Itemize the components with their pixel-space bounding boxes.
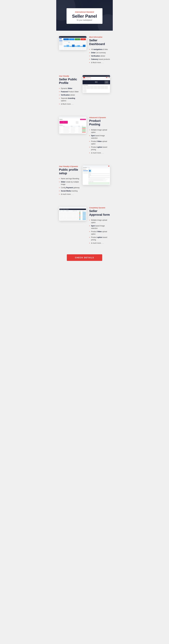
feature-item: Multiple image upload option	[89, 128, 110, 134]
setup-features: Name and logo Branding Slider create by …	[59, 177, 80, 196]
feature-item: Multiple image upload option	[89, 218, 110, 224]
section-approval-inner: Name Phone Store Address Registration No…	[59, 207, 110, 245]
approval-screenshot: Name Phone Store Address Registration No…	[59, 207, 86, 221]
approval-title: Seller Approval form	[89, 209, 110, 216]
dashboard-title: Seller Dashboard	[89, 38, 110, 46]
section-profile: Price Deal Store Home About Us All Produ…	[56, 70, 113, 111]
feature-item: Seporate branding options	[59, 97, 80, 102]
posting-title: Product Posting	[89, 119, 110, 126]
approval-content: Completely Dynamic Seller Approval form …	[89, 207, 110, 245]
feature-item: Name and logo Branding	[59, 177, 80, 180]
feature-item: Product Video upload option	[89, 140, 110, 146]
section-dashboard-inner: 86 14 23 $44,532 $3,066	[59, 36, 110, 64]
feature-item: Slider create by multiple image	[59, 180, 80, 186]
section-approval: Name Phone Store Address Registration No…	[56, 201, 113, 250]
feature-item: All navigations & links	[89, 48, 110, 51]
setup-label: User friendly & Dynamic	[59, 166, 80, 168]
setup-screenshot: Shop Settings Order Report Models info	[83, 166, 110, 185]
posting-label: Advanced & Dynamic	[89, 116, 110, 118]
section-setup: Shop Settings Order Report Models info	[56, 160, 113, 202]
feature-item: Featured Product Slider	[59, 90, 80, 93]
feature-item: & Much more . . .	[59, 102, 80, 106]
profile-screenshot: Price Deal Store Home About Us All Produ…	[83, 75, 110, 93]
feature-item: & much more . . .	[59, 192, 80, 196]
profile-features: Dynamic Slider Featured Product Slider V…	[59, 87, 80, 106]
feature-item: & much more . . .	[89, 242, 110, 245]
hero-tagline: for your marketplace!	[72, 19, 97, 21]
profile-content: User friendly Seller Public Profile Dyna…	[59, 75, 80, 106]
section-posting-inner: Products + Add New Product ⇧ + All Produ…	[59, 116, 110, 154]
posting-screenshot: Products + Add New Product ⇧ + All Produ…	[59, 116, 86, 134]
feature-item: Product option based pricing	[89, 236, 110, 242]
section-posting: Products + Add New Product ⇧ + All Produ…	[56, 111, 113, 160]
feature-item: Verification sticker	[59, 93, 80, 97]
feature-item: Config Payment gateway	[59, 186, 80, 189]
dashboard-label: Most Informative	[89, 36, 110, 38]
section-setup-inner: Shop Settings Order Report Models info	[59, 166, 110, 196]
feature-item: Social Media inserting	[59, 189, 80, 192]
check-details-button[interactable]: CHECK DETAILS	[67, 254, 102, 261]
feature-item: Order List summary	[89, 51, 110, 54]
profile-title: Seller Public Profile	[59, 78, 80, 85]
hero-card: International Standard Seller Panel for …	[67, 8, 102, 24]
feature-item: Spot based Image selection	[89, 224, 110, 230]
feature-item: Dynamic Slider	[59, 87, 80, 90]
hero-subtitle: International Standard	[72, 11, 97, 13]
hero-section: International Standard Seller Panel for …	[56, 0, 113, 31]
feature-item: Cateoory based products	[89, 58, 110, 61]
hero-title: Seller Panel	[72, 14, 97, 18]
feature-item: Verification sticker	[89, 54, 110, 58]
posting-features: Multiple image upload option Spot based …	[89, 128, 110, 154]
dashboard-features: All navigations & links Order List summa…	[89, 48, 110, 64]
cta-section: CHECK DETAILS	[56, 250, 113, 268]
feature-item: & much more . . .	[89, 151, 110, 154]
approval-label: Completely Dynamic	[89, 207, 110, 209]
approval-features: Multiple image upload option Spot based …	[89, 218, 110, 245]
profile-label: User friendly	[59, 75, 80, 77]
posting-content: Advanced & Dynamic Product Posting Multi…	[89, 116, 110, 154]
section-dashboard: 86 14 23 $44,532 $3,066	[56, 31, 113, 70]
feature-item: Spot based Image selection	[89, 134, 110, 140]
feature-item: Product Video upload option	[89, 230, 110, 236]
setup-title: Public profile setup	[59, 168, 80, 175]
dashboard-content: Most Informative Seller Dashboard All na…	[89, 36, 110, 64]
dashboard-screenshot: 86 14 23 $44,532 $3,066	[59, 36, 86, 50]
setup-content: User friendly & Dynamic Public profile s…	[59, 166, 80, 196]
feature-item: & Much more . . .	[89, 61, 110, 64]
feature-item: Product option based pricing	[89, 146, 110, 151]
section-profile-inner: Price Deal Store Home About Us All Produ…	[59, 75, 110, 106]
